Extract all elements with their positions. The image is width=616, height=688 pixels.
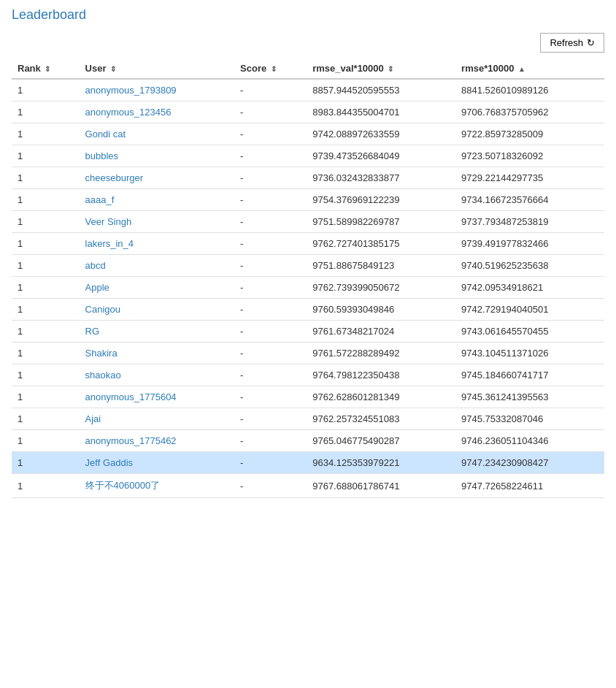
header-row: Rank ⇕ User ⇕ Score ⇕ rmse_val*10000 ⇕ r…	[12, 58, 604, 79]
user-link[interactable]: Apple	[85, 282, 109, 293]
cell-rank: 1	[12, 474, 80, 498]
col-user[interactable]: User ⇕	[80, 58, 235, 79]
refresh-label: Refresh	[550, 37, 583, 48]
cell-score: -	[234, 299, 307, 321]
cell-rmse: 9742.09534918621	[455, 277, 604, 299]
refresh-button[interactable]: Refresh ↻	[540, 33, 604, 53]
table-row: 1aaaa_f-9754.3769691222399734.1667235766…	[12, 189, 604, 211]
user-link[interactable]: Canigou	[85, 304, 120, 315]
cell-rmse: 9739.491977832466	[455, 233, 604, 255]
table-row: 1Jeff Gaddis-9634.1253539792219747.23423…	[12, 452, 604, 474]
user-link[interactable]: Jeff Gaddis	[85, 457, 134, 468]
cell-rmse: 9734.166723576664	[455, 189, 604, 211]
cell-rmse: 9742.729194040501	[455, 299, 604, 321]
cell-rmse: 9706.768375705962	[455, 102, 604, 123]
cell-rmse: 9722.85973285009	[455, 123, 604, 145]
cell-rank: 1	[12, 430, 80, 452]
cell-rank: 1	[12, 386, 80, 408]
table-row: 1Apple-9762.7393990506729742.09534918621	[12, 277, 604, 299]
table-row: 1bubbles-9739.4735266840499723.507183260…	[12, 145, 604, 167]
cell-user[interactable]: cheeseburger	[80, 167, 235, 189]
refresh-icon: ↻	[587, 37, 595, 48]
user-link[interactable]: 终于不4060000了	[85, 480, 161, 491]
cell-rmse-val: 9761.572288289492	[307, 343, 455, 364]
cell-rank: 1	[12, 189, 80, 211]
sort-user-icon: ⇕	[110, 65, 116, 73]
cell-rank: 1	[12, 79, 80, 102]
cell-rank: 1	[12, 211, 80, 233]
cell-rmse-val: 9762.739399050672	[307, 277, 455, 299]
sort-rmse-val-icon: ⇕	[388, 65, 393, 73]
cell-rank: 1	[12, 255, 80, 277]
cell-user[interactable]: aaaa_f	[80, 189, 235, 211]
cell-rank: 1	[12, 343, 80, 364]
cell-score: -	[234, 408, 307, 430]
cell-rmse: 9745.75332087046	[455, 408, 604, 430]
cell-user[interactable]: anonymous_1793809	[80, 79, 235, 102]
table-body: 1anonymous_1793809-8857.9445205955538841…	[12, 79, 604, 498]
user-link[interactable]: cheeseburger	[85, 172, 144, 183]
cell-user[interactable]: shaokao	[80, 364, 235, 386]
cell-user[interactable]: Shakira	[80, 343, 235, 364]
user-link[interactable]: RG	[85, 326, 100, 337]
leaderboard-table: Rank ⇕ User ⇕ Score ⇕ rmse_val*10000 ⇕ r…	[12, 58, 604, 498]
cell-rank: 1	[12, 277, 80, 299]
cell-user[interactable]: bubbles	[80, 145, 235, 167]
cell-rmse-val: 9767.688061786741	[307, 474, 455, 498]
cell-user[interactable]: Apple	[80, 277, 235, 299]
cell-score: -	[234, 233, 307, 255]
cell-user[interactable]: 终于不4060000了	[80, 474, 235, 498]
cell-user[interactable]: anonymous_1775604	[80, 386, 235, 408]
col-rank[interactable]: Rank ⇕	[12, 58, 80, 79]
cell-score: -	[234, 343, 307, 364]
user-link[interactable]: abcd	[85, 260, 106, 271]
user-link[interactable]: Gondi cat	[85, 129, 126, 139]
table-row: 1Veer Singh-9751.5899822697879737.793487…	[12, 211, 604, 233]
cell-user[interactable]: lakers_in_4	[80, 233, 235, 255]
cell-user[interactable]: abcd	[80, 255, 235, 277]
user-link[interactable]: Shakira	[85, 348, 118, 359]
cell-rmse-val: 9762.257324551083	[307, 408, 455, 430]
cell-score: -	[234, 211, 307, 233]
user-link[interactable]: shaokao	[85, 370, 121, 381]
user-link[interactable]: anonymous_1793809	[85, 85, 177, 96]
cell-rmse: 9745.184660741717	[455, 364, 604, 386]
user-link[interactable]: anonymous_123456	[85, 107, 172, 118]
user-link[interactable]: anonymous_1775604	[85, 391, 177, 402]
user-link[interactable]: lakers_in_4	[85, 238, 134, 249]
cell-user[interactable]: Ajai	[80, 408, 235, 430]
cell-score: -	[234, 474, 307, 498]
cell-rmse: 9747.72658224611	[455, 474, 604, 498]
user-link[interactable]: Veer Singh	[85, 216, 132, 227]
table-header: Rank ⇕ User ⇕ Score ⇕ rmse_val*10000 ⇕ r…	[12, 58, 604, 79]
col-rmse[interactable]: rmse*10000 ▲	[455, 58, 604, 79]
cell-user[interactable]: RG	[80, 321, 235, 343]
cell-rank: 1	[12, 364, 80, 386]
cell-score: -	[234, 145, 307, 167]
cell-rmse-val: 9751.88675849123	[307, 255, 455, 277]
col-rmse-val[interactable]: rmse_val*10000 ⇕	[307, 58, 455, 79]
cell-user[interactable]: Canigou	[80, 299, 235, 321]
cell-user[interactable]: Jeff Gaddis	[80, 452, 235, 474]
table-row: 1lakers_in_4-9762.7274013851759739.49197…	[12, 233, 604, 255]
cell-rmse-val: 9762.727401385175	[307, 233, 455, 255]
cell-rmse: 9723.50718326092	[455, 145, 604, 167]
cell-rmse-val: 9751.589982269787	[307, 211, 455, 233]
user-link[interactable]: Ajai	[85, 413, 101, 424]
cell-user[interactable]: anonymous_1775462	[80, 430, 235, 452]
cell-user[interactable]: Veer Singh	[80, 211, 235, 233]
cell-rmse-val: 8983.844355004701	[307, 102, 455, 123]
user-link[interactable]: anonymous_1775462	[85, 435, 177, 446]
user-link[interactable]: bubbles	[85, 150, 119, 161]
table-row: 1anonymous_1793809-8857.9445205955538841…	[12, 79, 604, 102]
cell-score: -	[234, 321, 307, 343]
col-score[interactable]: Score ⇕	[234, 58, 307, 79]
cell-user[interactable]: anonymous_123456	[80, 102, 235, 123]
table-row: 1Canigou-9760.593930498469742.7291940405…	[12, 299, 604, 321]
sort-rmse-icon: ▲	[518, 65, 525, 73]
cell-rmse: 9745.361241395563	[455, 386, 604, 408]
user-link[interactable]: aaaa_f	[85, 194, 115, 205]
cell-score: -	[234, 79, 307, 102]
toolbar: Refresh ↻	[12, 33, 604, 53]
cell-user[interactable]: Gondi cat	[80, 123, 235, 145]
